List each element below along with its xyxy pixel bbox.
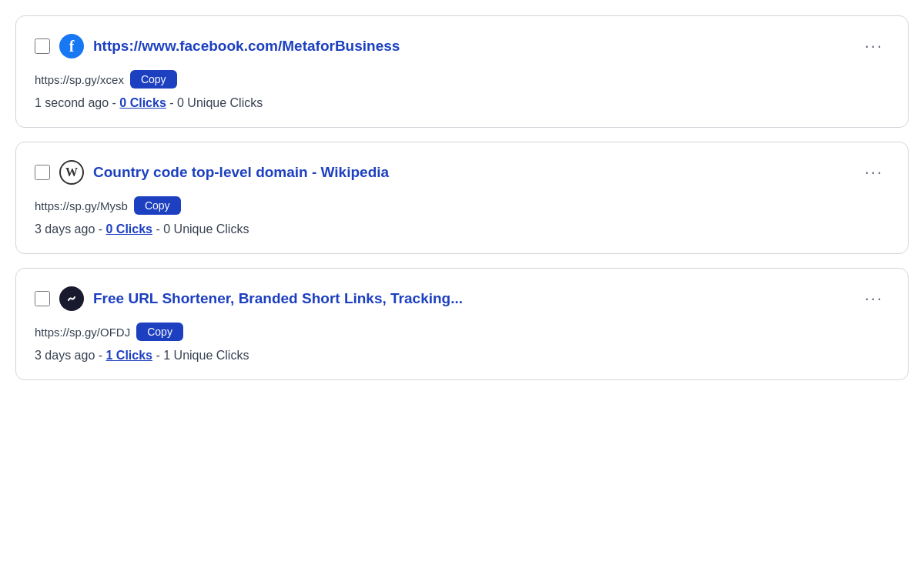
link-title[interactable]: https://www.facebook.com/MetaforBusiness bbox=[93, 38, 400, 55]
site-icon: W bbox=[59, 160, 84, 185]
card-body: https://sp.gy/xcex Copy 1 second ago - 0… bbox=[35, 70, 889, 110]
site-icon: f bbox=[59, 34, 84, 58]
separator-1: - bbox=[99, 349, 106, 362]
more-options-button[interactable]: ··· bbox=[859, 286, 889, 312]
time-ago: 1 second ago bbox=[35, 96, 109, 109]
separator-2: - 1 Unique Clicks bbox=[156, 349, 249, 362]
time-ago: 3 days ago bbox=[35, 222, 95, 236]
link-title[interactable]: Country code top-level domain - Wikipedi… bbox=[93, 164, 389, 181]
stats-row: 3 days ago - 1 Clicks - 1 Unique Clicks bbox=[35, 349, 889, 363]
facebook-icon: f bbox=[59, 34, 84, 58]
clicks-link[interactable]: 0 Clicks bbox=[106, 222, 152, 236]
card-checkbox[interactable] bbox=[35, 38, 50, 54]
short-url: https://sp.gy/xcex bbox=[35, 73, 124, 86]
card-body: https://sp.gy/Mysb Copy 3 days ago - 0 C… bbox=[35, 196, 889, 236]
copy-button[interactable]: Copy bbox=[136, 323, 183, 341]
time-ago: 3 days ago bbox=[35, 349, 95, 362]
short-url-row: https://sp.gy/Mysb Copy bbox=[35, 196, 889, 215]
separator-1: - bbox=[112, 96, 120, 109]
short-url-row: https://sp.gy/xcex Copy bbox=[35, 70, 889, 89]
card-header: f https://www.facebook.com/MetaforBusine… bbox=[35, 33, 889, 59]
link-card: Free URL Shortener, Branded Short Links,… bbox=[15, 268, 909, 380]
separator-2: - 0 Unique Clicks bbox=[169, 96, 263, 109]
link-card: f https://www.facebook.com/MetaforBusine… bbox=[15, 15, 909, 128]
stats-row: 3 days ago - 0 Clicks - 0 Unique Clicks bbox=[35, 222, 889, 236]
more-options-button[interactable]: ··· bbox=[859, 159, 889, 186]
separator-2: - 0 Unique Clicks bbox=[156, 222, 249, 236]
card-checkbox[interactable] bbox=[35, 291, 50, 306]
wikipedia-icon: W bbox=[59, 160, 84, 185]
short-url: https://sp.gy/OFDJ bbox=[35, 326, 130, 339]
card-header: Free URL Shortener, Branded Short Links,… bbox=[35, 286, 889, 312]
card-header: W Country code top-level domain - Wikipe… bbox=[35, 159, 889, 186]
clicks-link[interactable]: 0 Clicks bbox=[119, 96, 166, 109]
link-card: W Country code top-level domain - Wikipe… bbox=[15, 142, 909, 254]
stats-row: 1 second ago - 0 Clicks - 0 Unique Click… bbox=[35, 96, 889, 110]
more-options-button[interactable]: ··· bbox=[859, 33, 889, 59]
clicks-link[interactable]: 1 Clicks bbox=[106, 349, 152, 362]
copy-button[interactable]: Copy bbox=[134, 196, 181, 215]
separator-1: - bbox=[99, 222, 106, 236]
card-header-left: W Country code top-level domain - Wikipe… bbox=[35, 160, 389, 185]
copy-button[interactable]: Copy bbox=[130, 70, 177, 89]
shorby-icon bbox=[59, 286, 84, 311]
card-checkbox[interactable] bbox=[35, 165, 50, 180]
card-header-left: Free URL Shortener, Branded Short Links,… bbox=[35, 286, 463, 311]
link-title[interactable]: Free URL Shortener, Branded Short Links,… bbox=[93, 290, 463, 307]
short-url-row: https://sp.gy/OFDJ Copy bbox=[35, 323, 889, 341]
short-url: https://sp.gy/Mysb bbox=[35, 199, 128, 212]
card-body: https://sp.gy/OFDJ Copy 3 days ago - 1 C… bbox=[35, 323, 889, 363]
card-header-left: f https://www.facebook.com/MetaforBusine… bbox=[35, 34, 400, 58]
site-icon bbox=[59, 286, 84, 311]
